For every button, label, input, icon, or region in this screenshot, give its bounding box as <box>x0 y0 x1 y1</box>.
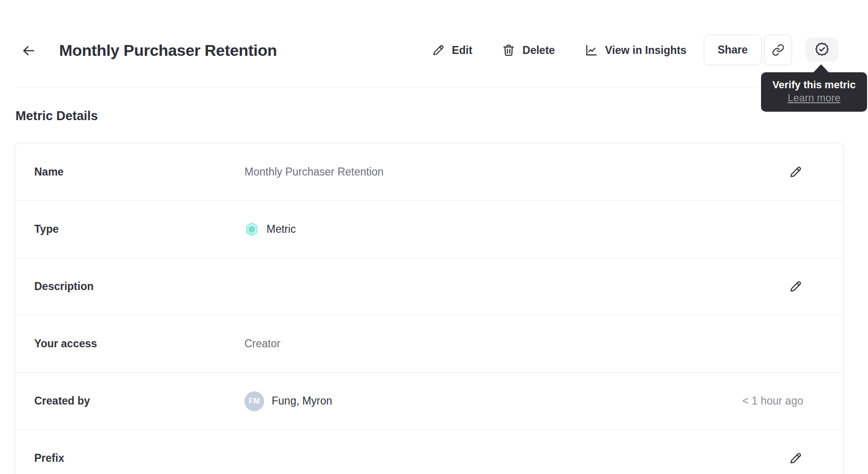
edit-prefix-button[interactable] <box>787 451 803 466</box>
avatar: FM <box>244 391 264 411</box>
back-button[interactable] <box>20 42 38 60</box>
delete-label: Delete <box>523 44 555 57</box>
section-title: Metric Details <box>15 109 98 123</box>
pencil-icon <box>432 44 445 57</box>
detail-row-name: Name Monthly Purchaser Retention <box>15 143 843 200</box>
edit-description-button[interactable] <box>787 279 803 295</box>
tooltip-caret <box>813 64 829 73</box>
pencil-icon <box>789 451 802 465</box>
created-by-value-group: FM Fung, Myron <box>244 391 332 411</box>
header-divider <box>15 87 853 87</box>
metric-detail-page: Monthly Purchaser Retention Edit Delete … <box>0 0 868 474</box>
metric-details-card: Name Monthly Purchaser Retention Type <box>15 143 844 474</box>
line-chart-icon <box>584 43 598 57</box>
share-button[interactable]: Share <box>704 35 761 65</box>
trash-icon <box>502 43 516 57</box>
copy-link-button[interactable] <box>764 35 792 65</box>
created-timestamp: < 1 hour ago <box>742 395 803 407</box>
detail-row-description: Description <box>15 258 843 315</box>
row-label: Name <box>34 166 244 178</box>
row-label: Type <box>34 223 244 236</box>
delete-button[interactable]: Delete <box>502 43 555 57</box>
page-title: Monthly Purchaser Retention <box>59 40 277 60</box>
learn-more-link[interactable]: Learn more <box>788 92 841 105</box>
your-access-value: Creator <box>244 337 803 350</box>
verified-badge-icon <box>814 42 830 58</box>
pencil-icon <box>789 165 802 179</box>
detail-row-created-by: Created by FM Fung, Myron < 1 hour ago <box>15 372 843 429</box>
name-value: Monthly Purchaser Retention <box>244 166 787 178</box>
row-label: Created by <box>34 395 244 407</box>
detail-row-type: Type Metric <box>15 200 843 258</box>
detail-row-prefix: Prefix <box>15 429 843 474</box>
share-label: Share <box>718 44 748 56</box>
verify-tooltip: Verify this metric Learn more <box>761 72 867 112</box>
verify-metric-button[interactable] <box>805 38 838 61</box>
edit-label: Edit <box>452 44 472 57</box>
header-action-bar: Edit Delete View in Insights <box>432 35 686 66</box>
tooltip-title: Verify this metric <box>767 78 861 92</box>
view-in-insights-label: View in Insights <box>605 44 686 57</box>
edit-button[interactable]: Edit <box>432 44 472 57</box>
row-label: Description <box>34 280 244 293</box>
row-label: Prefix <box>34 452 244 465</box>
view-in-insights-button[interactable]: View in Insights <box>584 43 686 57</box>
pencil-icon <box>789 280 802 293</box>
detail-row-your-access: Your access Creator <box>15 315 843 372</box>
link-icon <box>772 44 784 56</box>
arrow-left-icon <box>21 43 36 58</box>
type-value: Metric <box>266 223 296 236</box>
metric-hexagon-icon <box>244 222 259 237</box>
row-label: Your access <box>34 337 244 350</box>
edit-name-button[interactable] <box>787 164 803 180</box>
type-value-group: Metric <box>244 222 803 237</box>
created-by-value: Fung, Myron <box>272 395 332 407</box>
